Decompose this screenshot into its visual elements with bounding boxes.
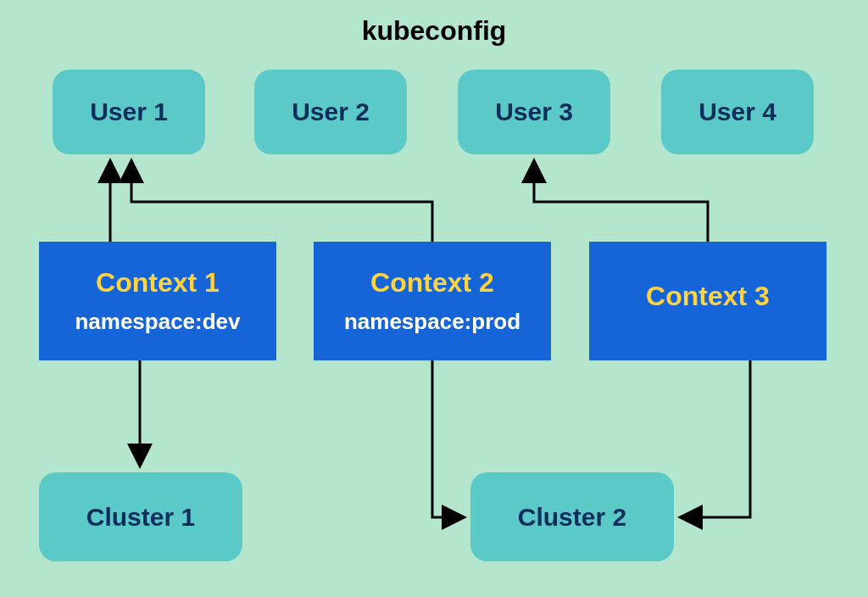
context-2-namespace: namespace:prod [344, 309, 520, 335]
user-2-box: User 2 [254, 70, 407, 154]
user-4-box: User 4 [661, 70, 814, 154]
arrow-context3-cluster2 [682, 360, 750, 517]
context-1-namespace: namespace:dev [75, 309, 240, 335]
context-2-label: Context 2 [370, 267, 494, 298]
user-3-box: User 3 [458, 70, 610, 154]
user-3-label: User 3 [495, 98, 573, 126]
cluster-1-box: Cluster 1 [39, 472, 242, 561]
arrow-context3-user3 [534, 163, 708, 242]
context-1-label: Context 1 [96, 267, 220, 298]
user-1-box: User 1 [53, 70, 205, 154]
diagram-title: kubeconfig [362, 15, 507, 47]
cluster-2-box: Cluster 2 [470, 472, 674, 561]
arrow-context2-user1 [131, 163, 432, 242]
context-2-box: Context 2 namespace:prod [314, 242, 551, 360]
user-1-label: User 1 [90, 98, 168, 126]
cluster-1-label: Cluster 1 [86, 503, 195, 532]
context-1-box: Context 1 namespace:dev [39, 242, 276, 360]
context-3-label: Context 3 [646, 281, 770, 312]
cluster-2-label: Cluster 2 [518, 503, 626, 532]
user-4-label: User 4 [698, 98, 776, 126]
context-3-box: Context 3 [589, 242, 826, 360]
arrow-context2-cluster2 [432, 360, 462, 517]
user-2-label: User 2 [292, 98, 370, 126]
